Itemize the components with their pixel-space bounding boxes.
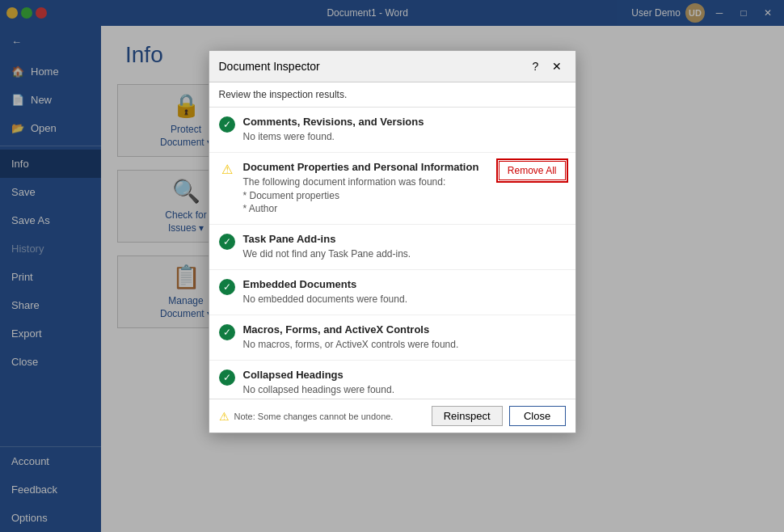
remove-all-button[interactable]: Remove All (499, 161, 566, 180)
document-inspector-dialog: Document Inspector ? ✕ Review the inspec… (209, 50, 576, 433)
dialog-title: Document Inspector (219, 60, 320, 73)
item-desc-doc-properties: The following document information was f… (243, 175, 491, 216)
check-ok-icon-macros: ✓ (219, 324, 235, 340)
footer-note: ⚠ Note: Some changes cannot be undone. (219, 410, 427, 423)
item-content-macros: Macros, Forms, and ActiveX Controls No m… (243, 323, 566, 352)
footer-note-text: Note: Some changes cannot be undone. (234, 412, 394, 421)
check-ok-icon-task-pane: ✓ (219, 234, 235, 250)
item-content-embedded: Embedded Documents No embedded documents… (243, 278, 566, 306)
item-title-embedded: Embedded Documents (243, 278, 566, 290)
modal-backdrop: Document Inspector ? ✕ Review the inspec… (0, 0, 784, 532)
check-ok-icon-comments: ✓ (219, 116, 235, 133)
item-desc-macros: No macros, forms, or ActiveX controls we… (243, 338, 566, 352)
item-desc-headings: No collapsed headings were found. (243, 383, 566, 397)
dialog-subtitle: Review the inspection results. (209, 82, 575, 108)
item-title-task-pane: Task Pane Add-ins (243, 233, 566, 245)
reinspect-button[interactable]: Reinspect (432, 406, 503, 426)
check-ok-icon-embedded: ✓ (219, 279, 235, 295)
footer-buttons: Reinspect Close (432, 406, 566, 426)
item-desc-comments: No items were found. (243, 130, 566, 144)
footer-warn-icon: ⚠ (219, 410, 230, 423)
item-title-macros: Macros, Forms, and ActiveX Controls (243, 323, 566, 336)
warn-icon-doc-properties: ⚠ (219, 162, 235, 178)
item-desc-task-pane: We did not find any Task Pane add-ins. (243, 247, 566, 261)
check-ok-icon-headings: ✓ (219, 369, 235, 386)
dialog-item-task-pane: ✓ Task Pane Add-ins We did not find any … (209, 225, 575, 270)
item-content-doc-properties: Document Properties and Personal Informa… (243, 161, 491, 216)
item-desc-embedded: No embedded documents were found. (243, 293, 566, 306)
dialog-controls: ? ✕ (527, 57, 566, 75)
item-content-task-pane: Task Pane Add-ins We did not find any Ta… (243, 233, 566, 261)
dialog-titlebar: Document Inspector ? ✕ (209, 51, 575, 82)
close-dialog-button[interactable]: Close (509, 406, 566, 426)
item-content-headings: Collapsed Headings No collapsed headings… (243, 369, 566, 397)
dialog-item-macros: ✓ Macros, Forms, and ActiveX Controls No… (209, 315, 575, 361)
dialog-close-icon-btn[interactable]: ✕ (548, 57, 566, 75)
item-title-doc-properties: Document Properties and Personal Informa… (243, 161, 491, 173)
item-title-headings: Collapsed Headings (243, 369, 566, 381)
item-title-comments: Comments, Revisions, and Versions (243, 116, 566, 128)
dialog-item-doc-properties: ⚠ Document Properties and Personal Infor… (209, 153, 575, 225)
dialog-footer: ⚠ Note: Some changes cannot be undone. R… (209, 399, 575, 433)
item-content-comments: Comments, Revisions, and Versions No ite… (243, 116, 566, 144)
dialog-help-btn[interactable]: ? (527, 57, 545, 75)
dialog-item-headings: ✓ Collapsed Headings No collapsed headin… (209, 361, 575, 399)
dialog-item-comments: ✓ Comments, Revisions, and Versions No i… (209, 108, 575, 153)
dialog-item-embedded: ✓ Embedded Documents No embedded documen… (209, 270, 575, 315)
dialog-body: ✓ Comments, Revisions, and Versions No i… (209, 108, 575, 399)
